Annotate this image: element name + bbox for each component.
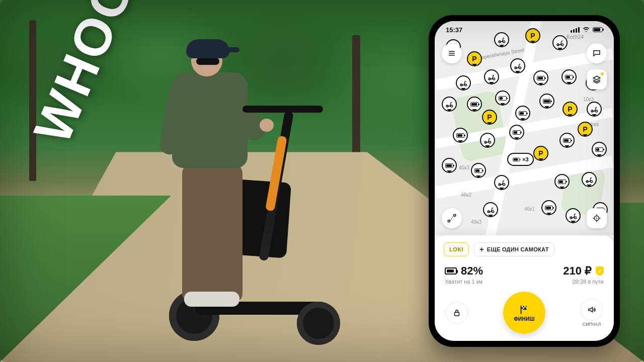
svg-point-7 (465, 84, 467, 86)
scooter-pin[interactable] (509, 125, 524, 140)
lock-icon (452, 308, 461, 317)
cluster-count: ×3 (522, 156, 529, 162)
scooter-pin[interactable] (566, 208, 581, 223)
scooter-pin[interactable] (510, 58, 525, 73)
scooter-pin[interactable] (453, 128, 468, 143)
scooter-pin[interactable] (561, 69, 577, 84)
ride-bottom-sheet: LOKI + ЕЩЕ ОДИН САМОКАТ 82% Хватит на 1 … (435, 235, 614, 341)
scooter-pin[interactable] (515, 106, 530, 121)
svg-point-25 (492, 211, 494, 213)
svg-point-19 (489, 141, 491, 143)
insurance-shield-icon: ✓ (596, 266, 604, 276)
finish-button[interactable]: ФИНИШ (503, 292, 545, 334)
horn-icon (587, 305, 597, 314)
layers-icon (592, 75, 601, 84)
house-number: 46к1 (524, 206, 535, 212)
menu-icon (447, 49, 456, 58)
layers-button[interactable] (587, 69, 607, 89)
chat-icon (592, 49, 601, 58)
chat-button[interactable] (587, 43, 607, 63)
parking-pin[interactable]: P (467, 51, 482, 66)
route-button[interactable] (442, 208, 462, 228)
scooter-pin[interactable] (592, 142, 607, 157)
menu-button[interactable] (442, 43, 462, 63)
trip-price: 210 ₽ (563, 264, 592, 278)
svg-point-9 (493, 78, 495, 80)
route-icon (447, 213, 457, 223)
flag-icon (519, 304, 530, 315)
status-time: 15:37 (446, 26, 462, 34)
price-stat: 210 ₽ ✓ 09:28 в пути (563, 264, 604, 285)
scooter-pin[interactable] (539, 94, 554, 109)
parking-pin[interactable]: P (533, 146, 548, 161)
battery-percent: 82% (461, 264, 483, 278)
svg-rect-35 (523, 307, 524, 309)
svg-point-3 (503, 41, 505, 43)
tab-current-scooter[interactable]: LOKI (444, 242, 469, 256)
lock-button[interactable] (446, 302, 468, 324)
scooter-pin[interactable] (494, 175, 509, 190)
cell-signal-icon (571, 27, 580, 33)
cluster-pin[interactable]: ×3 (507, 153, 534, 166)
house-number: 48к3 (471, 219, 481, 225)
svg-point-27 (575, 217, 577, 219)
svg-rect-32 (455, 312, 459, 316)
finish-label: ФИНИШ (514, 316, 535, 322)
scooter-pin[interactable] (480, 133, 495, 148)
parking-pin[interactable]: P (562, 102, 578, 117)
wifi-icon (583, 26, 590, 33)
battery-icon (445, 267, 457, 275)
svg-point-21 (503, 184, 505, 186)
battery-stat: 82% Хватит на 1 км (445, 264, 483, 285)
svg-point-31 (454, 214, 456, 216)
svg-point-30 (448, 220, 450, 222)
scooter-pin[interactable] (533, 70, 548, 85)
scooter-pin[interactable] (467, 97, 482, 112)
svg-rect-33 (522, 306, 523, 307)
plus-icon: + (479, 245, 484, 253)
svg-rect-36 (522, 309, 523, 310)
scooter-pin[interactable] (442, 97, 457, 112)
battery-icon (593, 27, 603, 32)
locate-button[interactable] (587, 208, 607, 228)
phone-mockup: 15:37 Kooperativnaya Street Koch24 Baton… (429, 15, 620, 347)
scooter-pin[interactable] (484, 69, 499, 84)
scooter-pin[interactable] (541, 200, 556, 215)
add-scooter-button[interactable]: + ЕЩЕ ОДИН САМОКАТ (474, 242, 554, 256)
scooter-pin[interactable] (587, 102, 602, 117)
svg-point-17 (596, 110, 598, 112)
scooter-pin[interactable] (471, 163, 486, 178)
scooter-pin[interactable] (456, 75, 471, 90)
svg-rect-34 (524, 306, 526, 307)
scooter-pin[interactable] (442, 158, 457, 173)
parking-pin[interactable]: P (578, 122, 593, 137)
status-bar: 15:37 (435, 21, 614, 38)
app-screen: 15:37 Kooperativnaya Street Koch24 Baton… (435, 21, 614, 341)
parking-pin[interactable]: P (482, 110, 497, 125)
svg-point-23 (591, 180, 593, 183)
scooter-pin[interactable] (559, 133, 575, 148)
scooter-pin[interactable] (554, 174, 570, 189)
scooter-pin[interactable] (582, 172, 597, 187)
crosshair-icon (592, 214, 601, 223)
house-number: 46к2 (461, 192, 471, 198)
svg-point-11 (519, 67, 521, 69)
trip-duration: 09:28 в пути (563, 279, 604, 285)
person-on-scooter (136, 30, 327, 347)
house-number: 40к3 (459, 165, 469, 170)
scooter-pin[interactable] (495, 90, 510, 106)
svg-point-29 (596, 218, 597, 219)
svg-point-15 (451, 105, 453, 107)
add-scooter-label: ЕЩЕ ОДИН САМОКАТ (487, 246, 549, 252)
signal-label: СИГНАЛ (583, 322, 601, 327)
battery-subtext: Хватит на 1 км (445, 279, 483, 285)
scooter-pin[interactable] (483, 202, 498, 217)
signal-button[interactable] (581, 299, 603, 321)
svg-point-5 (561, 44, 564, 46)
